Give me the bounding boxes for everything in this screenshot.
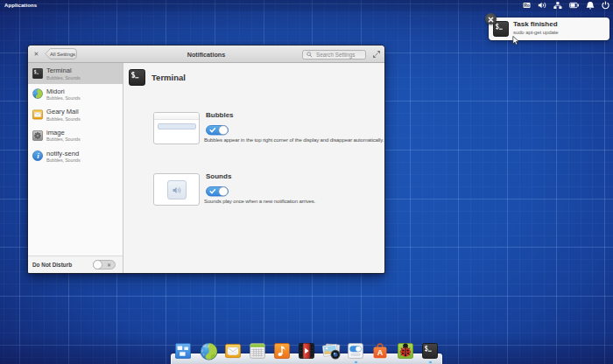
svg-text:A: A <box>377 349 384 358</box>
svg-text:Ro: Ro <box>524 3 530 8</box>
